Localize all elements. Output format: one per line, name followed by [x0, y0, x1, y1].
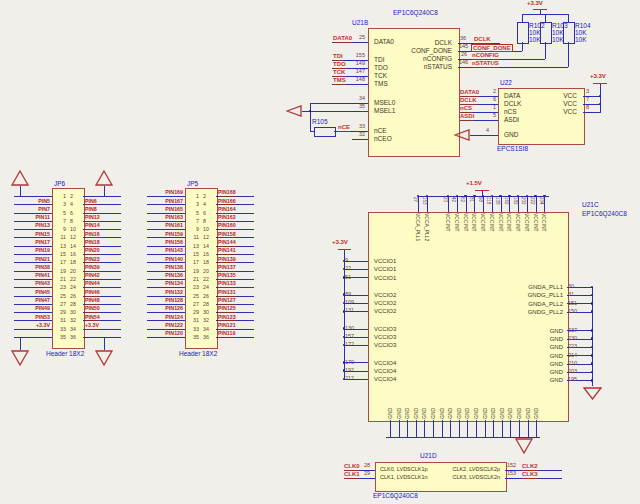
power-pin-row: 212 VCCIO4 — [330, 375, 440, 383]
pin-number-right: 28 — [203, 300, 209, 308]
pin-number: 203 — [568, 367, 577, 375]
net-label-tdo: TDO — [333, 61, 346, 69]
pin-number-left: 15 — [60, 250, 66, 258]
gnd-triangle-icon — [583, 387, 602, 400]
pin-number: 5 — [493, 112, 496, 119]
wire — [344, 362, 368, 363]
u21b-part-label: EP1C6Q240C8 — [393, 9, 438, 16]
pin-number: 81 — [469, 197, 474, 210]
net-label-clk0: CLK0 — [344, 463, 360, 471]
header-row: PIN43 23 24 PIN44 — [8, 283, 125, 291]
pin-number: 1 — [493, 104, 496, 111]
net-label-right: PIN125 — [218, 306, 236, 313]
wire — [424, 420, 425, 437]
jp6-type-label: Header 18X2 — [46, 350, 84, 357]
wire — [14, 312, 52, 313]
pin-number-left: 29 — [60, 308, 66, 316]
u21c-pin-name: VCCIO2 — [374, 299, 396, 307]
u21c-pin-name: GND — [439, 396, 445, 419]
pin-number: 36 — [460, 35, 466, 42]
ground-pin: GND — [524, 396, 533, 437]
pin-number-right: 26 — [70, 292, 76, 300]
u21c-pin-name: VCCIO1 — [374, 274, 396, 282]
r103-value2: 10K — [552, 36, 564, 43]
u22-pin-name: ASDI — [504, 116, 519, 123]
u21c-pin-name: VCCINT — [524, 213, 530, 265]
wire — [509, 196, 510, 212]
r103-value: 10K — [552, 29, 564, 36]
net-label-right: PIN8 — [85, 207, 97, 214]
pin-number-left: 33 — [193, 325, 199, 333]
net-label-right: PIN121 — [218, 323, 236, 330]
pin-number: 23 — [443, 197, 448, 210]
wire — [493, 420, 494, 437]
net-label-right: PIN137 — [218, 265, 236, 272]
pin-number-left: 19 — [193, 267, 199, 275]
pin-number-right: 6 — [203, 209, 206, 217]
u21d-pin-name: CLK1, LVDSCLK1n — [380, 474, 428, 481]
u22-designator: U22 — [500, 79, 512, 86]
header-row: PIN49 29 30 PIN50 — [8, 308, 125, 316]
pin-number-left: 25 — [60, 292, 66, 300]
header-row: PIN45 25 26 PIN46 — [8, 292, 125, 300]
net-label-right: PIN135 — [218, 273, 236, 280]
header-row: PIN7 5 6 PIN8 — [8, 209, 125, 217]
header-row: 1 2 — [8, 192, 125, 200]
net-label-right: PIN162 — [218, 215, 236, 222]
pin-number-left: 7 — [63, 217, 66, 225]
jp5-type-label: Header 18X2 — [179, 350, 217, 357]
power-rail-3v3: +3.3V — [590, 73, 606, 80]
pin-number-right: 4 — [70, 200, 73, 208]
pin-number-left: 5 — [196, 209, 199, 217]
pin-number: 98 — [478, 197, 483, 210]
net-label-ncs: nCS — [460, 105, 472, 113]
net-label-right: PIN166 — [218, 199, 236, 206]
u21c-pin-name: VCCINT — [445, 213, 451, 265]
net-label-right: PIN158 — [218, 232, 236, 239]
pin-number: 33 — [359, 123, 365, 130]
ground-pin: GND — [489, 396, 498, 437]
net-label-right: PIN16 — [85, 232, 100, 239]
u21c-pin-name: GND — [447, 396, 453, 419]
u21c-pin-name: GND — [387, 396, 393, 419]
pin-number-left: 23 — [193, 283, 199, 291]
u21c-pin-name: VCCINT — [541, 213, 547, 265]
wire — [433, 420, 434, 437]
pin-number: 145 — [459, 43, 468, 50]
header-row: PIN13 9 10 PIN14 — [8, 225, 125, 233]
u21c-pin-name: GND — [456, 396, 462, 419]
u22-pin-name: nCS — [504, 108, 517, 115]
u21c-pin-name: VCCINT — [498, 213, 504, 265]
u21b-pin-name: nCE — [374, 127, 387, 134]
net-label-tms: TMS — [333, 77, 346, 85]
net-label-nce: nCE — [338, 124, 350, 132]
header-row: PIN38 19 20 PIN39 — [8, 267, 125, 275]
u21b-pin-name: TCK — [374, 72, 387, 79]
power-pin: 234 VCCINT — [540, 196, 549, 266]
wire — [418, 196, 419, 212]
u22-pin-name: DATA — [504, 92, 520, 99]
ground-pin: GND — [455, 396, 464, 437]
pin-number: 214 — [568, 351, 577, 359]
power-rail-3v3: +3.3V — [332, 239, 348, 246]
r102-value: 10K — [529, 29, 541, 36]
wire — [501, 196, 502, 212]
jp5-rows: PIN169 1 2 PIN168 PIN167 3 4 PIN166 PIN1… — [147, 192, 264, 341]
u21c-pin-name: GND — [482, 396, 488, 419]
u21c-pin-name: VCCINT — [463, 213, 469, 265]
u21c-pin-name: VCCINT — [506, 213, 512, 265]
u21c-pin-name: GND — [550, 343, 563, 351]
net-label-right: PIN39 — [85, 265, 100, 272]
pin-number: 3 — [586, 88, 589, 95]
gnd-arrow-icon — [286, 105, 302, 117]
net-label-right: PIN42 — [85, 273, 100, 280]
u22-pin-name: VCC — [563, 108, 577, 115]
pin-number-right: 2 — [203, 192, 206, 200]
pin-number-left: 3 — [63, 200, 66, 208]
wire — [147, 312, 185, 313]
wire — [485, 420, 486, 437]
pin-number: 4 — [486, 127, 489, 134]
pin-number-left: 35 — [60, 333, 66, 341]
u21c-top-vccint-pins: 23 VCCINT 42 VCCINT 62 VCCINT 81 VCCINT — [444, 196, 549, 266]
net-label-right: PIN168 — [218, 190, 236, 197]
